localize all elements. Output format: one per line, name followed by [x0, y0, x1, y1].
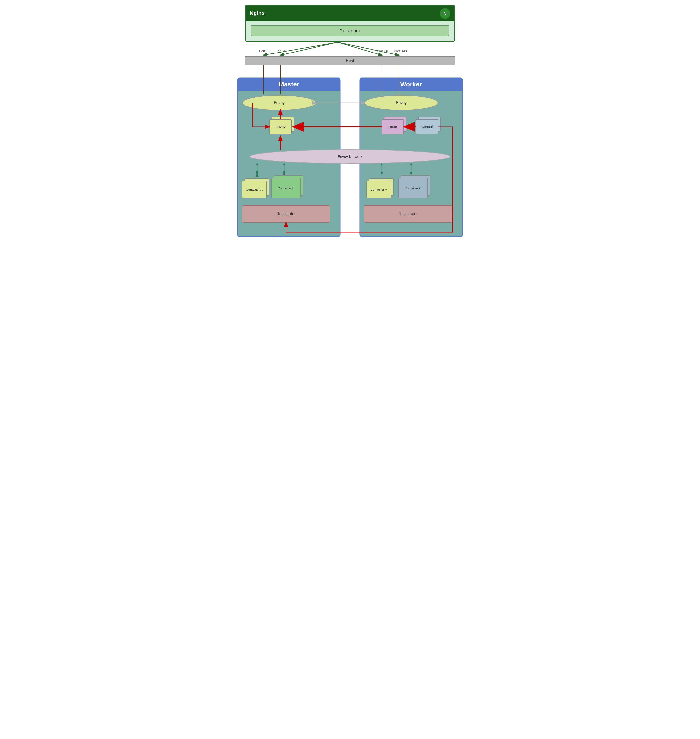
fork-dot	[337, 42, 339, 44]
nginx-left80-arrow	[263, 42, 338, 55]
nginx-logo: N	[440, 8, 450, 19]
host-label: Host	[346, 59, 354, 63]
rotor-label: Rotor	[388, 125, 397, 129]
nginx-right443-arrow	[338, 42, 399, 55]
nginx-domain: *.site.com	[251, 25, 449, 36]
consul-label: Consul	[421, 125, 433, 129]
worker-containerA-label: Container A	[371, 188, 387, 191]
port-label-right-443: Port: 443	[394, 49, 407, 53]
nginx-right80-arrow	[338, 42, 382, 55]
nginx-left443-arrow	[280, 42, 338, 55]
nginx-title: Nginx	[250, 10, 265, 17]
master-registrator-label: Registrator	[276, 212, 296, 216]
master-containerA-label: Container A	[246, 188, 263, 191]
nginx-box: Nginx N *.site.com	[245, 5, 455, 42]
worker-containerC-label: Container C	[404, 187, 421, 190]
worker-title: Worker	[400, 81, 422, 88]
master-containerB-label: Container B	[278, 187, 294, 190]
worker-envoy-label: Envoy	[396, 101, 407, 105]
master-title: Master	[279, 81, 299, 88]
master-envoy-cube-label: Envoy	[275, 125, 285, 129]
master-envoy-label: Envoy	[274, 101, 285, 105]
envoy-network-label: Envoy Network	[338, 154, 362, 159]
port-label-left-80: Port: 80	[259, 49, 271, 53]
diagram-svg: Port: 80 Port: 443 Port: 80 Port: 443 Ho…	[233, 42, 467, 242]
nginx-header: Nginx N	[246, 6, 454, 21]
worker-registrator-label: Registrator	[399, 212, 418, 216]
nginx-body: *.site.com	[246, 21, 454, 41]
page-root: Nginx N *.site.com Port: 80 Port: 443 Po…	[233, 5, 467, 243]
